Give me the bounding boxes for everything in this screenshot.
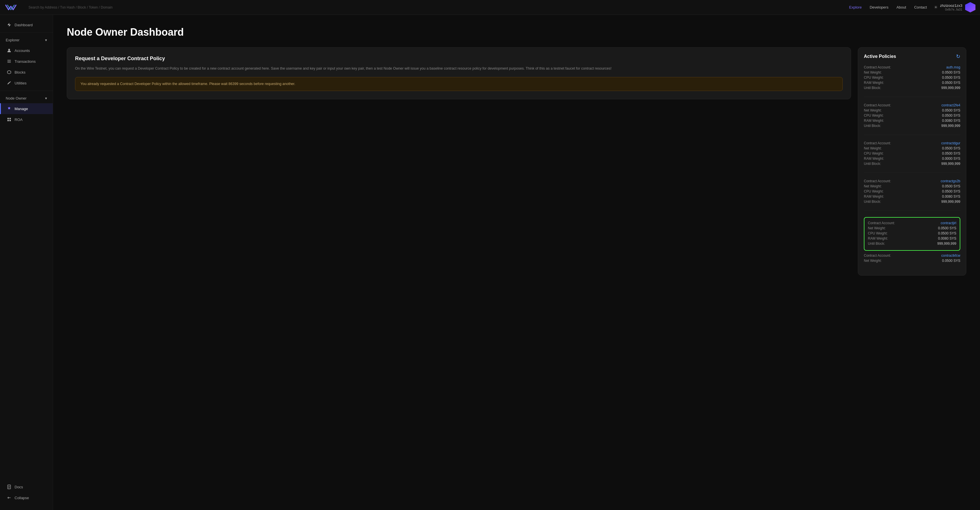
app-layout: Dashboard Explorer ▾ Accounts Transactio… [0,15,980,510]
policy-value: 0.0500 SYS [942,113,960,118]
policy-label: CPU Weight: [864,189,883,193]
sidebar-item-transactions[interactable]: Transactions [0,56,53,67]
policy-value[interactable]: contractgs2b [940,179,960,183]
policy-value[interactable]: contractjirl [940,221,956,225]
user-info: zhzizooz1zx3 0xfb7e..fa31 [940,3,962,11]
sidebar-item-roa[interactable]: ROA [0,114,53,125]
policy-row: Until Block:999,999,999 [868,241,956,246]
policy-label: Contract Account: [864,179,891,183]
svg-rect-3 [8,62,11,63]
docs-icon [6,485,12,489]
policy-label: RAM Weight: [864,195,884,199]
policy-row: Contract Account:contract2fe4 [864,103,960,107]
policy-label: Net Weight: [864,259,881,263]
policy-value: 0.0500 SYS [938,226,956,230]
policy-label: CPU Weight: [864,76,883,79]
policy-value: 0.0500 SYS [942,184,960,188]
policy-value: 0.0500 SYS [942,81,960,85]
policy-row: Until Block:999,999,999 [864,124,960,128]
nav-developers[interactable]: Developers [870,5,888,10]
policy-row: Contract Account:contractjirl [868,221,956,225]
sidebar-item-blocks[interactable]: Blocks [0,67,53,78]
main-content: Node Owner Dashboard Request a Developer… [53,15,980,510]
policy-row: Net Weight:0.0500 SYS [864,259,960,263]
policy-row: Contract Account:contractkfcw [864,254,960,257]
policy-label: Contract Account: [864,141,891,145]
policies-list: Contract Account:auth.msgNet Weight:0.05… [864,65,960,270]
blocks-icon [6,70,12,75]
sidebar-item-collapse[interactable]: Collapse [0,492,53,503]
policy-label: CPU Weight: [864,151,883,156]
transactions-icon [6,59,12,64]
sidebar-item-manage[interactable]: Manage [0,103,53,114]
policy-value: 0.0080 SYS [942,195,960,199]
blocks-label: Blocks [14,70,25,75]
policy-row: RAM Weight:0.0000 SYS [864,157,960,160]
policy-row: Net Weight:0.0500 SYS [864,146,960,150]
policy-row: RAM Weight:0.0500 SYS [864,81,960,85]
policy-value[interactable]: auth.msg [946,65,960,69]
sidebar-item-dashboard[interactable]: Dashboard [0,19,53,30]
policy-row: CPU Weight:0.0500 SYS [868,231,956,235]
utilities-label: Utilities [14,81,27,85]
svg-rect-7 [10,120,11,121]
policy-label: Net Weight: [868,226,886,230]
policy-value: 0.0500 SYS [942,76,960,79]
policy-row: RAM Weight:0.0080 SYS [868,237,956,240]
sidebar-explorer-section[interactable]: Explorer ▾ [0,35,53,45]
refresh-button[interactable]: ↻ [956,53,960,60]
policy-item: Contract Account:contractkfcwNet Weight:… [864,254,960,270]
policies-header: Active Policies ↻ [864,53,960,60]
policy-value[interactable]: contractkfcw [941,254,960,257]
policy-row: Net Weight:0.0500 SYS [868,226,956,230]
policy-value: 999,999,999 [941,162,960,166]
sidebar-item-accounts[interactable]: Accounts [0,45,53,56]
policy-value: 0.0500 SYS [942,146,960,150]
policy-label: RAM Weight: [868,237,888,240]
policy-value: 999,999,999 [941,86,960,90]
theme-toggle-icon[interactable]: ☀ [934,5,938,10]
spacer [0,125,53,479]
accounts-icon [6,48,12,53]
policy-label: Net Weight: [864,70,881,75]
policy-row: Until Block:999,999,999 [864,162,960,166]
policy-row: CPU Weight:0.0500 SYS [864,189,960,193]
nav-links: Explore Developers About Contact [849,5,927,10]
nav-about[interactable]: About [896,5,906,10]
policy-value: 0.0500 SYS [942,189,960,193]
policy-row: Until Block:999,999,999 [864,86,960,90]
sidebar-nodeowner-section[interactable]: Node Owner ▾ [0,93,53,103]
policy-label: Net Weight: [864,184,881,188]
logo[interactable] [5,3,17,11]
svg-rect-5 [10,118,11,119]
sidebar-item-utilities[interactable]: Utilities [0,78,53,88]
active-policies-card: Active Policies ↻ Contract Account:auth.… [858,47,966,275]
request-card-title: Request a Developer Contract Policy [75,56,843,62]
policy-item: Contract Account:contractdgurNet Weight:… [864,141,960,173]
policy-label: Until Block: [864,124,881,128]
policy-label: CPU Weight: [864,113,883,118]
search-bar[interactable]: Search by Address / Txn Hash / Block / T… [26,5,849,10]
policy-value: 999,999,999 [937,241,956,246]
policy-value[interactable]: contractdgur [941,141,960,145]
lightning-icon [6,22,12,27]
policy-label: Net Weight: [864,146,881,150]
policy-row: Contract Account:contractgs2b [864,179,960,183]
nav-contact[interactable]: Contact [914,5,927,10]
policy-row: RAM Weight:0.0080 SYS [864,119,960,122]
policy-row: Net Weight:0.0500 SYS [864,108,960,113]
policy-row: CPU Weight:0.0500 SYS [864,151,960,156]
policy-label: Net Weight: [864,108,881,113]
policy-value[interactable]: contract2fe4 [942,103,960,107]
policy-label: Contract Account: [864,254,891,257]
policy-value: 0.0080 SYS [938,237,956,240]
utilities-icon [6,81,12,86]
policy-row: RAM Weight:0.0080 SYS [864,195,960,199]
request-card: Request a Developer Contract Policy On t… [67,47,851,99]
user-avatar[interactable] [965,2,975,13]
sidebar-item-docs[interactable]: Docs [0,481,53,492]
svg-rect-6 [8,120,9,121]
nav-explore[interactable]: Explore [849,5,862,10]
policy-value: 0.0500 SYS [942,151,960,156]
svg-rect-2 [8,61,11,62]
